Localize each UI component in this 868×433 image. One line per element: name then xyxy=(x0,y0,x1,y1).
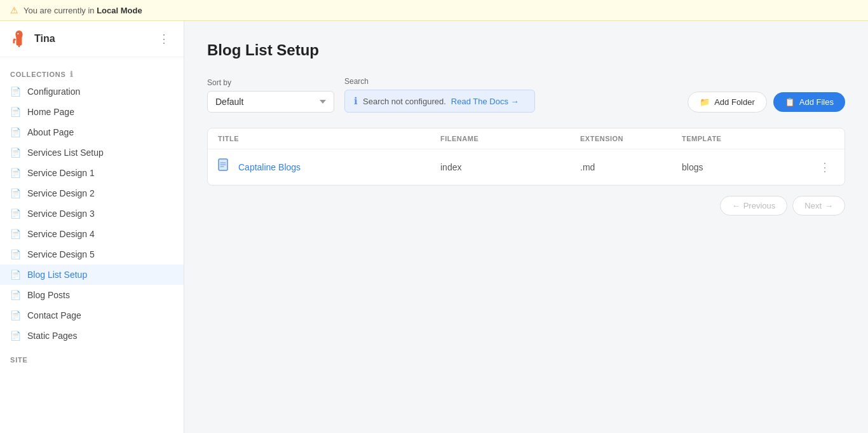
previous-button[interactable]: ← Previous xyxy=(720,196,788,216)
sidebar-item-configuration[interactable]: 📄 Configuration xyxy=(0,81,184,102)
file-icon: 📄 xyxy=(10,270,21,280)
add-folder-button[interactable]: 📁 Add Folder xyxy=(688,92,767,113)
sidebar-item-label: Blog List Setup xyxy=(27,270,87,280)
file-icon: 📄 xyxy=(10,127,21,137)
sidebar: Tina ⋮ COLLECTIONS ℹ 📄 Configuration 📄 H… xyxy=(0,21,184,433)
svg-point-0 xyxy=(17,33,18,34)
file-icon: 📄 xyxy=(10,107,21,117)
sidebar-nav: COLLECTIONS ℹ 📄 Configuration 📄 Home Pag… xyxy=(0,57,184,433)
app-logo xyxy=(10,30,28,48)
add-file-icon: 📋 xyxy=(785,97,795,107)
files-table: TITLE FILENAME EXTENSION TEMPLATE Captal… xyxy=(207,128,845,186)
col-title: TITLE xyxy=(218,135,440,142)
read-the-docs-link[interactable]: Read The Docs → xyxy=(451,97,519,106)
local-mode-banner: ⚠ You are currently in Local Mode xyxy=(0,0,868,21)
app-name: Tina xyxy=(34,33,148,45)
sidebar-item-blog-posts[interactable]: 📄 Blog Posts xyxy=(0,285,184,305)
col-extension: EXTENSION xyxy=(580,135,682,142)
row-title: Captaline Blogs xyxy=(238,162,301,172)
chevron-left-icon: ← xyxy=(732,201,740,210)
row-extension: .md xyxy=(580,162,682,172)
warning-icon: ⚠ xyxy=(10,5,18,15)
sidebar-item-service-design-2[interactable]: 📄 Service Design 2 xyxy=(0,183,184,203)
sidebar-item-home-page[interactable]: 📄 Home Page xyxy=(0,102,184,122)
sidebar-item-label: Service Design 3 xyxy=(27,209,95,219)
sidebar-item-service-design-1[interactable]: 📄 Service Design 1 xyxy=(0,163,184,183)
sidebar-item-about-page[interactable]: 📄 About Page xyxy=(0,122,184,142)
sidebar-item-service-design-4[interactable]: 📄 Service Design 4 xyxy=(0,224,184,244)
table-header: TITLE FILENAME EXTENSION TEMPLATE xyxy=(208,128,844,149)
collections-section-label: COLLECTIONS ℹ xyxy=(0,65,184,81)
row-context-menu-button[interactable]: ⋮ xyxy=(815,159,834,175)
sidebar-item-label: Contact Page xyxy=(27,310,81,320)
sort-select[interactable]: Default xyxy=(207,91,334,113)
sidebar-item-label: Configuration xyxy=(27,86,80,97)
sidebar-item-label: Services List Setup xyxy=(27,148,104,158)
main-content: Blog List Setup Sort by Default Search ℹ… xyxy=(184,21,868,433)
sidebar-item-label: Home Page xyxy=(27,107,74,117)
file-icon: 📄 xyxy=(10,331,21,341)
table-row[interactable]: Captaline Blogs index .md blogs ⋮ xyxy=(208,149,844,185)
sort-label: Sort by xyxy=(207,78,334,87)
search-not-configured-text: Search not configured. xyxy=(363,97,446,106)
folder-icon: 📁 xyxy=(700,97,710,107)
sidebar-item-label: Service Design 4 xyxy=(27,229,95,239)
page-title: Blog List Setup xyxy=(207,41,845,59)
sidebar-item-service-design-3[interactable]: 📄 Service Design 3 xyxy=(0,203,184,224)
site-section-label: SITE xyxy=(0,346,184,366)
file-icon: 📄 xyxy=(10,86,21,97)
sidebar-item-blog-list-setup[interactable]: 📄 Blog List Setup xyxy=(0,265,184,285)
actions-right: 📁 Add Folder 📋 Add Files xyxy=(688,92,845,113)
search-label: Search xyxy=(344,77,535,86)
file-icon: 📄 xyxy=(10,148,21,158)
file-icon: 📄 xyxy=(10,229,21,239)
sidebar-item-service-design-5[interactable]: 📄 Service Design 5 xyxy=(0,244,184,265)
col-filename: FILENAME xyxy=(440,135,580,142)
file-icon: 📄 xyxy=(10,290,21,300)
controls-row: Sort by Default Search ℹ Search not conf… xyxy=(207,77,845,113)
pagination: ← Previous Next → xyxy=(207,186,845,218)
banner-text: You are currently in Local Mode xyxy=(24,6,142,15)
row-file-icon xyxy=(218,158,231,175)
row-title-cell: Captaline Blogs xyxy=(218,158,440,175)
sidebar-item-services-list-setup[interactable]: 📄 Services List Setup xyxy=(0,142,184,163)
chevron-right-icon: → xyxy=(825,201,833,210)
next-button[interactable]: Next → xyxy=(792,196,845,216)
col-template: TEMPLATE xyxy=(682,135,809,142)
search-box: ℹ Search not configured. Read The Docs → xyxy=(344,90,535,113)
file-icon: 📄 xyxy=(10,310,21,320)
sidebar-item-label: Static Pages xyxy=(27,331,78,341)
file-icon: 📄 xyxy=(10,209,21,219)
sidebar-item-label: Service Design 1 xyxy=(27,168,95,178)
add-files-button[interactable]: 📋 Add Files xyxy=(773,92,845,112)
file-icon: 📄 xyxy=(10,249,21,259)
sidebar-menu-dots[interactable]: ⋮ xyxy=(154,31,173,47)
file-icon: 📄 xyxy=(10,168,21,178)
sort-group: Sort by Default xyxy=(207,78,334,113)
info-circle-icon: ℹ xyxy=(354,95,358,107)
sidebar-item-label: About Page xyxy=(27,127,74,137)
row-actions: ⋮ xyxy=(809,159,834,175)
sidebar-item-label: Service Design 5 xyxy=(27,249,95,259)
sidebar-header: Tina ⋮ xyxy=(0,21,184,57)
search-group: Search ℹ Search not configured. Read The… xyxy=(344,77,535,113)
banner-mode: Local Mode xyxy=(97,6,142,15)
row-filename: index xyxy=(440,162,580,172)
sidebar-item-static-pages[interactable]: 📄 Static Pages xyxy=(0,326,184,346)
sidebar-item-label: Service Design 2 xyxy=(27,188,95,198)
collections-info-icon: ℹ xyxy=(70,70,74,79)
sidebar-item-contact-page[interactable]: 📄 Contact Page xyxy=(0,305,184,326)
row-template: blogs xyxy=(682,162,809,172)
sidebar-item-label: Blog Posts xyxy=(27,290,70,300)
file-icon: 📄 xyxy=(10,188,21,198)
